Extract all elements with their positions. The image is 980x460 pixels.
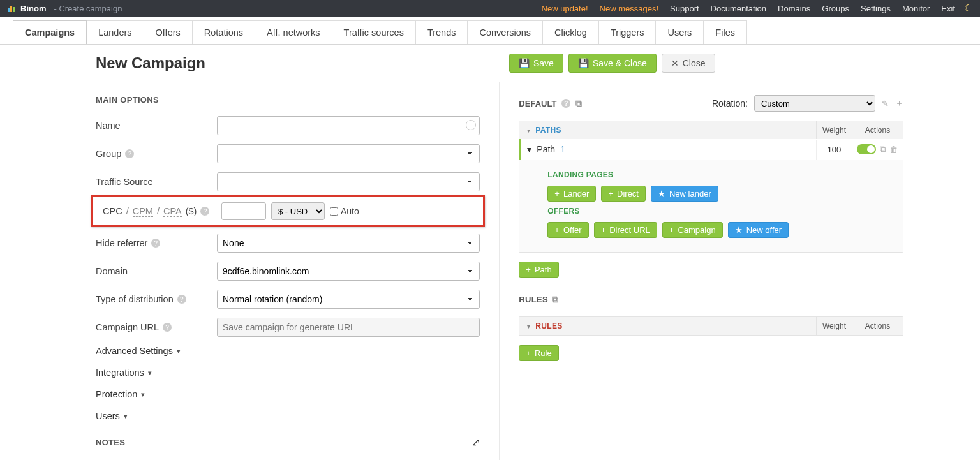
chevron-down-icon[interactable]: ▾ [527, 144, 531, 154]
expand-icon[interactable]: ⤢ [471, 436, 480, 449]
auto-checkbox[interactable] [330, 207, 338, 216]
path-row[interactable]: ▾ Path 1 100 ⧉ 🗑 [519, 139, 903, 160]
tab-offers[interactable]: Offers [144, 20, 193, 44]
plus-icon: + [554, 225, 560, 235]
tab-files[interactable]: Files [703, 20, 747, 44]
rules-header: RULES [535, 322, 562, 330]
path-toggle[interactable] [857, 144, 876, 154]
cost-input[interactable] [221, 202, 266, 220]
tab-landers[interactable]: Landers [86, 20, 144, 44]
plus-icon: + [601, 225, 606, 235]
add-direct-button[interactable]: +Direct [601, 186, 646, 202]
traffic-source-select[interactable] [217, 172, 480, 191]
landing-pages-label: LANDING PAGES [547, 170, 896, 179]
cpa-label[interactable]: CPA [163, 206, 182, 217]
campaign-url-input [217, 318, 480, 337]
paths-header: PATHS [535, 126, 561, 135]
help-icon[interactable]: ? [163, 323, 172, 332]
exit-link[interactable]: Exit [941, 4, 955, 13]
monitor-link[interactable]: Monitor [902, 4, 930, 13]
advanced-settings-expander[interactable]: Advanced Settings▾ [96, 346, 480, 356]
currency-symbol: ($) [186, 206, 197, 216]
groups-link[interactable]: Groups [822, 4, 849, 13]
save-close-button[interactable]: 💾Save & Close [568, 54, 657, 73]
add-offer-button[interactable]: +Offer [547, 222, 588, 238]
offers-label: OFFERS [547, 207, 896, 216]
support-link[interactable]: Support [670, 4, 699, 13]
copy-icon[interactable]: ⧉ [552, 294, 558, 305]
default-title: DEFAULT [519, 99, 556, 108]
settings-link[interactable]: Settings [861, 4, 891, 13]
trash-icon[interactable]: 🗑 [889, 145, 898, 154]
help-icon[interactable]: ? [177, 295, 186, 304]
star-icon: ★ [658, 189, 665, 198]
path-body: LANDING PAGES +Lander +Direct ★New lande… [519, 160, 903, 252]
new-offer-button[interactable]: ★New offer [728, 222, 789, 238]
tab-clicklog[interactable]: Clicklog [542, 20, 599, 44]
paths-panel: ▾PATHS Weight Actions ▾ Path 1 100 ⧉ 🗑 L… [519, 121, 903, 253]
close-button[interactable]: ✕Close [662, 54, 715, 73]
page-title: New Campaign [96, 54, 490, 72]
weight-header: Weight [816, 317, 852, 335]
plus-icon: + [526, 265, 531, 274]
chevron-down-icon[interactable]: ▾ [527, 323, 530, 330]
hide-referrer-label: Hide referrer [96, 238, 147, 248]
chevron-down-icon: ▾ [141, 390, 145, 399]
cost-highlight-box: CPC / CPM / CPA ($) ? $ - USD Auto [91, 195, 485, 227]
tab-conversions[interactable]: Conversions [467, 20, 543, 44]
help-icon[interactable]: ? [125, 149, 134, 158]
plus-icon: + [554, 189, 560, 198]
distribution-select[interactable]: Normal rotation (random) [217, 290, 480, 309]
tab-users[interactable]: Users [655, 20, 704, 44]
add-campaign-button[interactable]: +Campaign [662, 222, 723, 238]
new-messages-link[interactable]: New messages! [600, 4, 658, 13]
help-icon[interactable]: ? [561, 99, 570, 108]
add-path-button[interactable]: +Path [519, 262, 558, 278]
main-options-column: MAIN OPTIONS Name Group? Traffic Source … [0, 82, 500, 460]
page-context: - Create campaign [54, 4, 122, 13]
tab-trends[interactable]: Trends [415, 20, 468, 44]
domain-select[interactable]: 9cdf6e.binomlink.com [217, 262, 480, 281]
tab-aff-networks[interactable]: Aff. networks [255, 20, 332, 44]
campaign-url-label: Campaign URL [96, 322, 159, 332]
add-direct-url-button[interactable]: +Direct URL [594, 222, 657, 238]
copy-icon[interactable]: ⧉ [880, 144, 886, 154]
actions-header: Actions [852, 317, 903, 335]
pencil-icon[interactable]: ✎ [882, 99, 889, 108]
name-label: Name [96, 121, 217, 131]
distribution-label: Type of distribution [96, 294, 174, 304]
plus-icon[interactable]: ＋ [895, 98, 903, 109]
users-expander[interactable]: Users▾ [96, 411, 480, 421]
cpc-label[interactable]: CPC [103, 206, 122, 216]
help-icon[interactable]: ? [200, 207, 209, 216]
chevron-down-icon[interactable]: ▾ [527, 127, 530, 134]
plus-icon: + [608, 189, 613, 198]
notes-title: NOTES [96, 438, 125, 447]
tab-rotations[interactable]: Rotations [192, 20, 255, 44]
integrations-expander[interactable]: Integrations▾ [96, 367, 480, 378]
hide-referrer-select[interactable]: None [217, 234, 480, 253]
domains-link[interactable]: Domains [778, 4, 810, 13]
new-update-link[interactable]: New update! [542, 4, 588, 13]
rotation-select[interactable]: Custom [754, 95, 875, 112]
tab-traffic-sources[interactable]: Traffic sources [332, 20, 416, 44]
dark-mode-icon[interactable]: ☾ [964, 3, 972, 14]
tab-triggers[interactable]: Triggers [598, 20, 657, 44]
group-select[interactable] [217, 144, 480, 163]
cpm-label[interactable]: CPM [133, 206, 153, 217]
actions-header: Actions [852, 121, 903, 139]
documentation-link[interactable]: Documentation [711, 4, 766, 13]
add-rule-button[interactable]: +Rule [519, 345, 558, 361]
auto-checkbox-label[interactable]: Auto [330, 206, 359, 216]
logo: Binom - Create campaign [8, 4, 122, 13]
currency-select[interactable]: $ - USD [271, 202, 325, 220]
new-lander-button[interactable]: ★New lander [651, 186, 718, 202]
notes-toolbar: B I U S ❞ </> ▣ H₁ H₂ ≡ ≣ ⇤ ⇥ A ≡ T̶ₓ ◔ [96, 457, 480, 460]
name-input[interactable] [217, 116, 480, 135]
tab-campaigns[interactable]: Campaigns [13, 20, 87, 44]
save-button[interactable]: 💾Save [509, 54, 563, 73]
help-icon[interactable]: ? [151, 239, 160, 248]
add-lander-button[interactable]: +Lander [547, 186, 596, 202]
copy-icon[interactable]: ⧉ [575, 98, 582, 109]
protection-expander[interactable]: Protection▾ [96, 389, 480, 399]
